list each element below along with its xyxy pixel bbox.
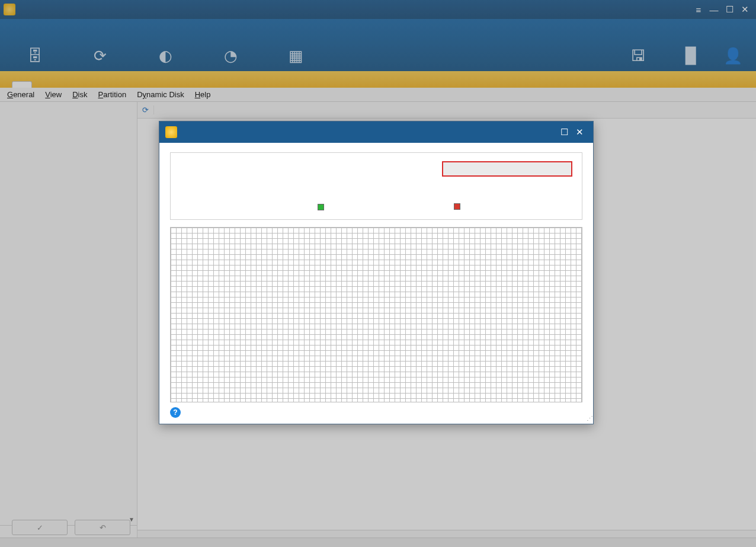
menu-icon[interactable]: ≡ — [691, 3, 706, 16]
titlebar: ≡ — ☐ ✕ — [0, 0, 756, 19]
resize-grip-icon[interactable]: ⋰ — [587, 415, 592, 423]
tool-register[interactable]: 👤 — [712, 44, 754, 68]
dialog-titlebar: ☐ ✕ — [159, 121, 593, 143]
menu-disk[interactable]: Disk — [72, 90, 87, 99]
table-header: ⟳ — [137, 102, 756, 119]
menu-general[interactable]: General — [7, 90, 34, 99]
analyzer-icon: ▦ — [263, 44, 328, 68]
tool-data-recovery[interactable]: ⟳ — [68, 44, 133, 68]
app-icon — [4, 4, 15, 15]
main-toolbar: 🗄 ⟳ ◐ ◔ ▦ 🖫 ▉ 👤 — [0, 19, 756, 71]
tool-partition-recovery[interactable]: ◐ — [133, 44, 198, 68]
menu-view[interactable]: View — [45, 90, 62, 99]
start-now-button[interactable] — [442, 161, 572, 177]
tool-disk-benchmark[interactable]: ◔ — [198, 44, 263, 68]
disk-map-area — [137, 530, 756, 538]
dialog-app-icon — [165, 126, 177, 138]
legend-ok-icon — [318, 204, 324, 210]
stats-panel — [170, 152, 582, 220]
close-button[interactable]: ✕ — [737, 3, 752, 16]
undo-button[interactable]: ↶ — [75, 520, 130, 535]
partition-recovery-icon: ◐ — [133, 44, 198, 68]
tool-manual[interactable]: ▉ — [671, 44, 712, 68]
usb-icon: 🖫 — [606, 44, 671, 68]
apply-button[interactable]: ✓ — [12, 520, 68, 535]
tool-bootable-media[interactable]: 🖫 — [606, 44, 671, 68]
register-icon: 👤 — [712, 44, 754, 68]
benchmark-icon: ◔ — [198, 44, 263, 68]
tool-data-backup[interactable]: 🗄 — [2, 44, 68, 68]
dialog-maximize-button[interactable]: ☐ — [556, 127, 572, 137]
dialog-close-button[interactable]: ✕ — [572, 127, 587, 137]
menu-bar: General View Disk Partition Dynamic Disk… — [0, 88, 756, 102]
recovery-icon: ⟳ — [68, 44, 133, 68]
minimize-button[interactable]: — — [706, 3, 722, 16]
maximize-button[interactable]: ☐ — [722, 3, 737, 16]
block-grid — [170, 227, 582, 402]
menu-help[interactable]: Help — [195, 90, 211, 99]
menu-dynamic-disk[interactable]: Dynamic Disk — [137, 90, 184, 99]
tool-space-analyzer[interactable]: ▦ — [263, 44, 328, 68]
book-icon: ▉ — [671, 44, 712, 68]
legend-err-icon — [454, 203, 460, 210]
menu-partition[interactable]: Partition — [98, 90, 127, 99]
status-bar — [0, 538, 756, 547]
tab-partition-management[interactable] — [12, 81, 32, 88]
tab-strip — [0, 71, 756, 88]
help-icon: ? — [170, 407, 181, 418]
backup-icon: 🗄 — [2, 44, 68, 68]
sidebar: ▼ — [0, 102, 137, 538]
refresh-icon[interactable]: ⟳ — [137, 105, 154, 114]
surface-test-dialog: ☐ ✕ ? ⋰ — [159, 121, 594, 424]
